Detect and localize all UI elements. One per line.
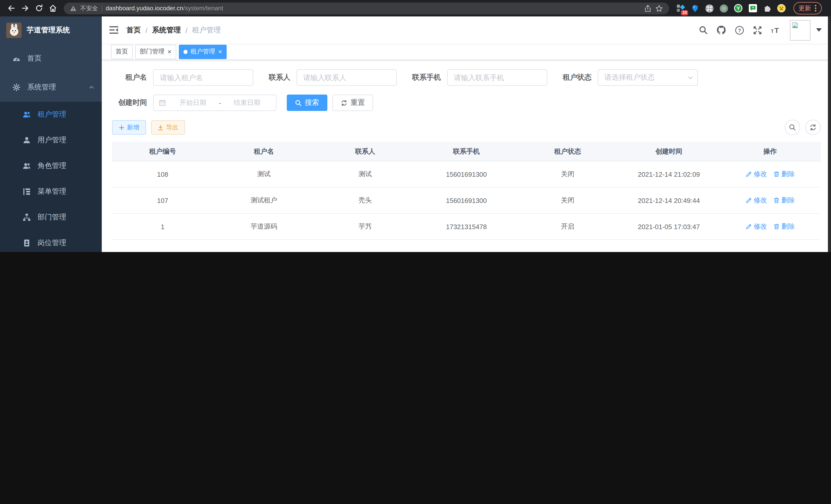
extension-grid-icon[interactable]: 10 <box>676 4 685 12</box>
github-icon[interactable] <box>716 25 726 35</box>
cell-phone: 15601691300 <box>416 161 517 187</box>
edit-link[interactable]: 修改 <box>745 222 767 231</box>
refresh-table-button[interactable] <box>805 120 821 135</box>
tab-首页[interactable]: 首页 <box>111 45 133 59</box>
chevron-down-icon <box>688 75 693 80</box>
table-body: 108测试测试15601691300关闭2021-12-14 21:02:09修… <box>112 161 821 240</box>
sidebar-item-菜单管理[interactable]: 菜单管理 <box>0 179 102 205</box>
security-label[interactable]: 不安全 <box>80 4 98 12</box>
cell-id: 1 <box>112 213 213 240</box>
user-avatar[interactable] <box>790 20 810 40</box>
browser-menu-dots-icon[interactable] <box>814 5 816 12</box>
header-search-icon[interactable] <box>699 26 708 34</box>
sidebar-item-label: 角色管理 <box>37 161 94 171</box>
create-time-range-picker[interactable]: 开始日期 - 结束日期 <box>153 94 277 111</box>
sidebar-item-用户管理[interactable]: 用户管理 <box>0 127 102 153</box>
cell-name: 测试租户 <box>213 187 315 213</box>
breadcrumb-separator: / <box>145 26 147 34</box>
column-header-创建时间: 创建时间 <box>618 142 719 161</box>
url-bar[interactable]: 不安全 dashboard.yudao.iocoder.cn/system/te… <box>64 2 669 14</box>
search-button[interactable]: 搜索 <box>287 94 327 111</box>
font-size-icon[interactable]: TT <box>771 26 781 34</box>
start-date-placeholder: 开始日期 <box>169 98 217 108</box>
sidebar-item-部门管理[interactable]: 部门管理 <box>0 205 102 230</box>
fullscreen-icon[interactable] <box>753 25 762 35</box>
phone-input[interactable] <box>447 69 547 86</box>
close-tab-icon[interactable]: × <box>218 48 222 55</box>
sidebar-item-label: 用户管理 <box>37 136 94 145</box>
app-title: 芋道管理系统 <box>27 26 70 35</box>
delete-link[interactable]: 删除 <box>773 196 795 205</box>
breadcrumb-item[interactable]: 首页 <box>126 25 141 35</box>
screen: 不安全 dashboard.yudao.iocoder.cn/system/te… <box>0 0 831 252</box>
sidebar-collapse-icon[interactable] <box>102 26 126 34</box>
add-button[interactable]: 新增 <box>112 120 146 135</box>
help-icon[interactable]: ? <box>735 25 744 35</box>
right-pane: 首页/系统管理/租户管理 ? TT <box>102 17 831 252</box>
show-search-toggle-button[interactable] <box>785 120 800 135</box>
column-header-联系手机: 联系手机 <box>416 142 517 161</box>
browser-reload-icon[interactable] <box>32 1 46 15</box>
phone-label: 联系手机 <box>412 73 441 82</box>
chevron-up-icon <box>88 84 94 90</box>
delete-link[interactable]: 删除 <box>773 222 795 231</box>
browser-forward-icon[interactable] <box>18 1 32 15</box>
browser-home-icon[interactable] <box>46 1 60 15</box>
cell-created: 2021-01-05 17:03:47 <box>618 213 719 240</box>
breadcrumb-item[interactable]: 系统管理 <box>152 25 181 35</box>
top-navbar: 首页/系统管理/租户管理 ? TT <box>102 17 831 44</box>
contact-input[interactable] <box>296 69 397 86</box>
extension-chat-icon[interactable] <box>748 4 757 12</box>
extension-balloon-icon[interactable] <box>691 4 699 12</box>
sidebar-item-系统管理[interactable]: 系统管理 <box>0 73 102 102</box>
extension-dot-icon[interactable] <box>719 4 728 12</box>
tab-label: 首页 <box>116 47 128 56</box>
trash-icon <box>773 224 779 230</box>
sidebar-item-角色管理[interactable]: 角色管理 <box>0 153 102 179</box>
search-icon <box>295 99 302 106</box>
browser-back-icon[interactable] <box>4 1 18 15</box>
app-logo[interactable]: 芋道管理系统 <box>0 17 102 44</box>
tab-label: 租户管理 <box>191 47 215 56</box>
column-header-租户状态: 租户状态 <box>517 142 618 161</box>
sidebar-item-label: 菜单管理 <box>37 187 94 196</box>
delete-link[interactable]: 删除 <box>773 170 795 179</box>
filter-row-1: 租户名 联系人 联系手机 租户状态 请选择租户状态 <box>112 69 821 86</box>
extension-y-icon[interactable]: Y <box>734 4 743 12</box>
cell-name: 测试 <box>213 161 315 187</box>
refresh-icon <box>809 124 816 131</box>
export-button[interactable]: 导出 <box>151 120 185 135</box>
end-date-placeholder: 结束日期 <box>223 98 271 108</box>
tenant-name-label: 租户名 <box>112 73 147 82</box>
tenant-name-input[interactable] <box>153 69 253 86</box>
extensions-puzzle-icon[interactable] <box>763 4 771 12</box>
column-header-操作: 操作 <box>719 142 821 161</box>
sidebar-item-label: 首页 <box>27 54 94 63</box>
edit-link[interactable]: 修改 <box>745 196 767 205</box>
bookmark-star-icon[interactable] <box>655 4 663 12</box>
share-icon[interactable] <box>644 4 652 12</box>
logo-rabbit-image <box>6 23 22 38</box>
edit-link[interactable]: 修改 <box>745 170 767 179</box>
filter-status: 租户状态 请选择租户状态 <box>563 69 698 86</box>
reset-button[interactable]: 重置 <box>333 94 373 111</box>
url-text[interactable]: dashboard.yudao.iocoder.cn/system/tenant <box>106 5 223 12</box>
tenant-users-icon <box>23 111 31 119</box>
tab-部门管理[interactable]: 部门管理× <box>135 45 176 59</box>
sidebar-item-首页[interactable]: 首页 <box>0 44 102 73</box>
sidebar-item-租户管理[interactable]: 租户管理 <box>0 102 102 127</box>
filter-create-time: 创建时间 开始日期 - 结束日期 <box>112 94 277 111</box>
status-label: 租户状态 <box>563 73 592 82</box>
window-edge <box>828 17 831 252</box>
close-tab-icon[interactable]: × <box>168 48 171 55</box>
avatar-dropdown-caret-icon[interactable] <box>816 28 822 32</box>
broken-image-icon <box>792 21 799 29</box>
sidebar-item-岗位管理[interactable]: 岗位管理 <box>0 230 102 252</box>
cell-status: 关闭 <box>517 187 618 213</box>
profile-avatar-icon[interactable] <box>777 4 786 12</box>
tab-租户管理[interactable]: 租户管理× <box>179 45 227 59</box>
cell-actions: 修改删除 <box>719 187 821 213</box>
browser-update-button[interactable]: 更新 <box>794 2 822 14</box>
extension-command-icon[interactable] <box>705 4 714 12</box>
tenant-status-select[interactable]: 请选择租户状态 <box>598 69 698 86</box>
